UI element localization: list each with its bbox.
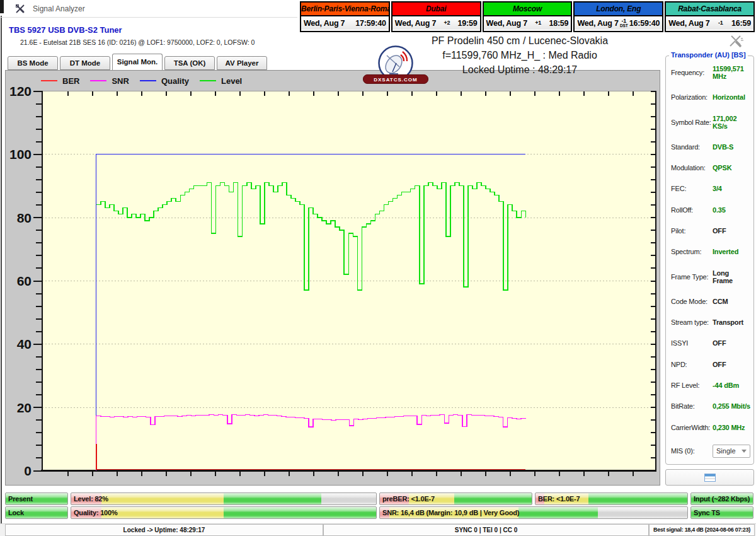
- footer-best-signal: Best signal: 18,4 dB (2024-08-06 07:23): [649, 524, 755, 536]
- clock-date: Wed, Aug 7: [577, 19, 618, 28]
- clock-time: 17:59:40: [355, 19, 386, 28]
- footer-locked-uptime: Locked -> Uptime: 48:29:17: [5, 524, 323, 536]
- transponder-row-frequency: Frequency:11599,571 MHz: [671, 65, 750, 80]
- clock-date: Wed, Aug 7: [395, 19, 436, 28]
- titlebar: Signal Analyzer: [5, 0, 295, 17]
- signal-history-chart: 020406080100120: [6, 71, 660, 485]
- clock-date: Wed, Aug 7: [304, 19, 345, 28]
- footer-status-bar: Locked -> Uptime: 48:29:17 SYNC 0 | TEI …: [0, 523, 756, 536]
- transponder-row-stream-type: Stream type:Transport: [671, 318, 750, 326]
- clock-city-label: Berlin-Paris-Vienna-Roma: [301, 3, 389, 16]
- clock-time: 18:59: [549, 19, 568, 28]
- svg-text:20: 20: [17, 400, 32, 415]
- transponder-row-modulation: Modulation:QPSK: [671, 164, 750, 172]
- frequency-service-title: f=11599,760 MHz_H_ : Med Radio: [391, 50, 649, 61]
- clock-dubai: Dubai Wed, Aug 7 +2 19:59: [391, 1, 481, 32]
- clock-utc-offset: +2: [436, 21, 457, 25]
- tab-tsa[interactable]: TSA (OK): [164, 56, 215, 70]
- tab-bar: BS Mode DT Mode Signal Mon. TSA (OK) AV …: [8, 54, 267, 70]
- clock-london: London, Eng Wed, Aug 7 -1DST 16:59:40: [573, 1, 663, 32]
- window-list-icon: [704, 474, 716, 482]
- svg-text:60: 60: [17, 274, 32, 288]
- svg-text:120: 120: [9, 84, 32, 98]
- titlebar-separator: [0, 17, 297, 18]
- tab-dt-mode[interactable]: DT Mode: [60, 56, 110, 70]
- status-bar-lock: Lock: [5, 506, 68, 519]
- snr-line-swatch: [90, 80, 106, 81]
- clock-utc-offset: -1DST: [619, 19, 629, 26]
- status-bar-level: Level: 82%: [71, 492, 377, 505]
- transponder-row-spectrum: Spectrum:Inverted: [671, 248, 750, 255]
- tab-bs-mode[interactable]: BS Mode: [8, 56, 58, 70]
- clock-city-label: Rabat-Casablanca: [666, 3, 753, 16]
- status-bar-snr: SNR: 16,4 dB (Margin: 10,9 dB | Very Goo…: [379, 506, 688, 519]
- transponder-row-mis: MIS (0): Single: [671, 445, 750, 458]
- transponder-list-button[interactable]: [665, 469, 754, 486]
- signal-chart-panel: BER SNR Quality Level 020406080100120: [5, 70, 660, 486]
- chevron-down-icon: [742, 450, 747, 453]
- window-title: Signal Analyzer: [33, 4, 85, 13]
- mis-dropdown[interactable]: Single: [713, 445, 750, 458]
- clock-time: 16:59: [731, 19, 751, 28]
- tab-av-player[interactable]: AV Player: [217, 56, 267, 70]
- status-bar-input: Input (~282 Kbps): [690, 492, 753, 505]
- transponder-panel-title: Transponder (AU) [BS]: [669, 51, 748, 59]
- antenna-mini-icon: [728, 33, 744, 50]
- clock-city-label: Moscow: [484, 3, 571, 16]
- clock-date: Wed, Aug 7: [668, 19, 709, 28]
- transponder-row-npd: NPD:OFF: [671, 361, 750, 368]
- clock-city-label: London, Eng: [575, 3, 662, 16]
- transponder-row-code-mode: Code Mode:CCM: [671, 298, 750, 305]
- clock-time: 16:59:40: [629, 19, 660, 28]
- status-bar-sync-ts: Sync TS: [690, 506, 753, 519]
- world-clocks: Berlin-Paris-Vienna-Roma Wed, Aug 7 17:5…: [300, 1, 755, 32]
- status-bar-present: Present: [5, 492, 68, 505]
- tuner-details: 21.6E - Eutelsat 21B SES 16 (ID: 0216) @…: [20, 38, 255, 46]
- dxsatcs-logo: DXSATCS.COM: [363, 44, 428, 86]
- transponder-row-symbol-rate: Symbol Rate:171,002 KS/s: [671, 115, 750, 130]
- window-corner-fragment: [0, 0, 4, 13]
- clock-utc-offset: +1: [527, 21, 549, 25]
- footer-sync-counters: SYNC 0 | TEI 0 | CC 0: [323, 524, 649, 536]
- svg-text:0: 0: [24, 463, 32, 478]
- status-bar-ber: BER: <1.0E-7: [535, 492, 688, 505]
- clock-date: Wed, Aug 7: [486, 19, 527, 28]
- tab-signal-mon[interactable]: Signal Mon.: [112, 54, 163, 70]
- transponder-row-rf-level: RF Level:-44 dBm: [671, 382, 750, 389]
- transponder-row-polarization: Polarization:Horizontal: [671, 93, 750, 101]
- status-bar-quality: Quality: 100%: [71, 506, 377, 519]
- signal-analyzer-window: Signal Analyzer Berlin-Paris-Vienna-Roma…: [0, 0, 756, 536]
- transponder-row-pilot: Pilot:OFF: [671, 227, 750, 235]
- legend-item-quality: Quality: [140, 76, 189, 86]
- dxsatcs-banner: DXSATCS.COM: [363, 74, 428, 84]
- clock-utc-offset: -1: [710, 21, 731, 25]
- tuner-name: TBS 5927 USB DVB-S2 Tuner: [9, 25, 122, 35]
- clock-city-label: Dubai: [392, 3, 480, 16]
- site-title: PF Prodelin 450 cm / Lucenec-Slovakia: [391, 35, 649, 47]
- svg-text:100: 100: [9, 147, 32, 161]
- svg-text:40: 40: [17, 337, 32, 351]
- transponder-row-carrierwidth: CarrierWidth:0,230 MHz: [671, 424, 750, 431]
- ber-line-swatch: [41, 80, 57, 81]
- transponder-row-rolloff: RollOff:0.35: [671, 206, 750, 214]
- clock-time: 19:59: [458, 19, 478, 28]
- clock-rabat-casablanca: Rabat-Casablanca Wed, Aug 7 -1 16:59: [665, 1, 755, 32]
- svg-text:80: 80: [17, 211, 32, 225]
- transponder-panel: Transponder (AU) [BS] Frequency:11599,57…: [665, 55, 754, 465]
- clock-berlin-paris-vienna-roma: Berlin-Paris-Vienna-Roma Wed, Aug 7 17:5…: [300, 1, 390, 32]
- antenna-app-icon: [15, 4, 25, 14]
- window-left-edge: [1, 16, 2, 524]
- legend-item-snr: SNR: [90, 76, 129, 86]
- transponder-row-frame-type: Frame Type:Long Frame: [671, 269, 750, 284]
- status-bar-preber: preBER: <1.0E-7: [379, 492, 532, 505]
- transponder-row-standard: Standard:DVB-S: [671, 143, 750, 151]
- chart-legend: BER SNR Quality Level: [41, 73, 253, 89]
- legend-item-ber: BER: [41, 76, 79, 86]
- transponder-row-fec: FEC:3/4: [671, 185, 750, 192]
- legend-item-level: Level: [200, 76, 242, 86]
- locked-uptime-title: Locked Uptime : 48:29:17: [391, 64, 649, 76]
- transponder-row-issyi: ISSYIOFF: [671, 339, 750, 347]
- clock-moscow: Moscow Wed, Aug 7 +1 18:59: [483, 1, 573, 32]
- level-line-swatch: [200, 80, 216, 81]
- transponder-row-bitrate: BitRate:0,255 Mbit/s: [671, 402, 750, 410]
